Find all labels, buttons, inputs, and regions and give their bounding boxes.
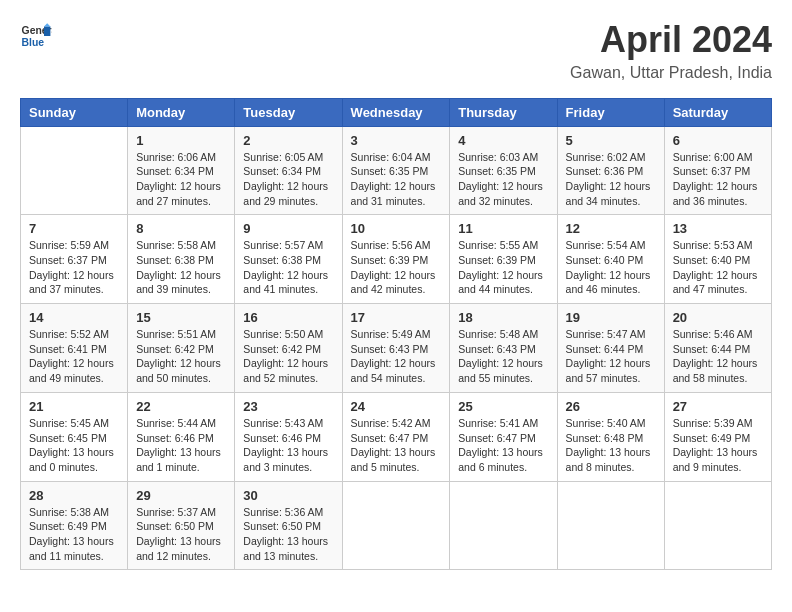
- day-info: Sunrise: 5:46 AM Sunset: 6:44 PM Dayligh…: [673, 327, 763, 386]
- calendar-cell: [664, 481, 771, 570]
- day-info: Sunrise: 6:02 AM Sunset: 6:36 PM Dayligh…: [566, 150, 656, 209]
- calendar-week-5: 28Sunrise: 5:38 AM Sunset: 6:49 PM Dayli…: [21, 481, 772, 570]
- day-number: 11: [458, 221, 548, 236]
- calendar-cell: 9Sunrise: 5:57 AM Sunset: 6:38 PM Daylig…: [235, 215, 342, 304]
- day-info: Sunrise: 5:53 AM Sunset: 6:40 PM Dayligh…: [673, 238, 763, 297]
- day-info: Sunrise: 5:59 AM Sunset: 6:37 PM Dayligh…: [29, 238, 119, 297]
- day-number: 21: [29, 399, 119, 414]
- calendar-cell: 18Sunrise: 5:48 AM Sunset: 6:43 PM Dayli…: [450, 304, 557, 393]
- day-header-monday: Monday: [128, 98, 235, 126]
- day-number: 26: [566, 399, 656, 414]
- calendar-cell: 11Sunrise: 5:55 AM Sunset: 6:39 PM Dayli…: [450, 215, 557, 304]
- day-info: Sunrise: 5:45 AM Sunset: 6:45 PM Dayligh…: [29, 416, 119, 475]
- day-number: 7: [29, 221, 119, 236]
- header: General Blue April 2024 Gawan, Uttar Pra…: [20, 20, 772, 82]
- day-info: Sunrise: 5:56 AM Sunset: 6:39 PM Dayligh…: [351, 238, 442, 297]
- calendar-cell: 12Sunrise: 5:54 AM Sunset: 6:40 PM Dayli…: [557, 215, 664, 304]
- day-number: 22: [136, 399, 226, 414]
- day-number: 15: [136, 310, 226, 325]
- calendar: SundayMondayTuesdayWednesdayThursdayFrid…: [20, 98, 772, 571]
- day-info: Sunrise: 6:05 AM Sunset: 6:34 PM Dayligh…: [243, 150, 333, 209]
- day-number: 19: [566, 310, 656, 325]
- calendar-cell: 29Sunrise: 5:37 AM Sunset: 6:50 PM Dayli…: [128, 481, 235, 570]
- day-number: 14: [29, 310, 119, 325]
- day-number: 1: [136, 133, 226, 148]
- calendar-week-4: 21Sunrise: 5:45 AM Sunset: 6:45 PM Dayli…: [21, 392, 772, 481]
- calendar-cell: [21, 126, 128, 215]
- logo: General Blue: [20, 20, 52, 52]
- subtitle: Gawan, Uttar Pradesh, India: [570, 64, 772, 82]
- calendar-cell: [557, 481, 664, 570]
- calendar-cell: 6Sunrise: 6:00 AM Sunset: 6:37 PM Daylig…: [664, 126, 771, 215]
- day-info: Sunrise: 5:55 AM Sunset: 6:39 PM Dayligh…: [458, 238, 548, 297]
- calendar-cell: 23Sunrise: 5:43 AM Sunset: 6:46 PM Dayli…: [235, 392, 342, 481]
- calendar-cell: 1Sunrise: 6:06 AM Sunset: 6:34 PM Daylig…: [128, 126, 235, 215]
- calendar-cell: 24Sunrise: 5:42 AM Sunset: 6:47 PM Dayli…: [342, 392, 450, 481]
- day-info: Sunrise: 5:39 AM Sunset: 6:49 PM Dayligh…: [673, 416, 763, 475]
- day-info: Sunrise: 6:06 AM Sunset: 6:34 PM Dayligh…: [136, 150, 226, 209]
- svg-text:Blue: Blue: [22, 37, 45, 48]
- day-number: 9: [243, 221, 333, 236]
- day-number: 6: [673, 133, 763, 148]
- logo-icon: General Blue: [20, 20, 52, 52]
- calendar-cell: 2Sunrise: 6:05 AM Sunset: 6:34 PM Daylig…: [235, 126, 342, 215]
- day-number: 3: [351, 133, 442, 148]
- day-info: Sunrise: 5:41 AM Sunset: 6:47 PM Dayligh…: [458, 416, 548, 475]
- calendar-cell: 17Sunrise: 5:49 AM Sunset: 6:43 PM Dayli…: [342, 304, 450, 393]
- calendar-cell: 28Sunrise: 5:38 AM Sunset: 6:49 PM Dayli…: [21, 481, 128, 570]
- day-info: Sunrise: 5:44 AM Sunset: 6:46 PM Dayligh…: [136, 416, 226, 475]
- calendar-cell: 7Sunrise: 5:59 AM Sunset: 6:37 PM Daylig…: [21, 215, 128, 304]
- day-number: 10: [351, 221, 442, 236]
- day-number: 5: [566, 133, 656, 148]
- title-area: April 2024 Gawan, Uttar Pradesh, India: [570, 20, 772, 82]
- day-header-sunday: Sunday: [21, 98, 128, 126]
- day-number: 4: [458, 133, 548, 148]
- day-info: Sunrise: 5:50 AM Sunset: 6:42 PM Dayligh…: [243, 327, 333, 386]
- calendar-cell: [342, 481, 450, 570]
- calendar-cell: 26Sunrise: 5:40 AM Sunset: 6:48 PM Dayli…: [557, 392, 664, 481]
- day-number: 30: [243, 488, 333, 503]
- day-info: Sunrise: 5:37 AM Sunset: 6:50 PM Dayligh…: [136, 505, 226, 564]
- calendar-cell: 19Sunrise: 5:47 AM Sunset: 6:44 PM Dayli…: [557, 304, 664, 393]
- calendar-cell: 14Sunrise: 5:52 AM Sunset: 6:41 PM Dayli…: [21, 304, 128, 393]
- day-number: 25: [458, 399, 548, 414]
- day-info: Sunrise: 5:47 AM Sunset: 6:44 PM Dayligh…: [566, 327, 656, 386]
- day-info: Sunrise: 5:42 AM Sunset: 6:47 PM Dayligh…: [351, 416, 442, 475]
- calendar-cell: 21Sunrise: 5:45 AM Sunset: 6:45 PM Dayli…: [21, 392, 128, 481]
- svg-marker-2: [44, 26, 50, 36]
- day-number: 18: [458, 310, 548, 325]
- day-info: Sunrise: 5:36 AM Sunset: 6:50 PM Dayligh…: [243, 505, 333, 564]
- day-number: 13: [673, 221, 763, 236]
- calendar-cell: 4Sunrise: 6:03 AM Sunset: 6:35 PM Daylig…: [450, 126, 557, 215]
- calendar-cell: 16Sunrise: 5:50 AM Sunset: 6:42 PM Dayli…: [235, 304, 342, 393]
- day-info: Sunrise: 6:00 AM Sunset: 6:37 PM Dayligh…: [673, 150, 763, 209]
- calendar-cell: 20Sunrise: 5:46 AM Sunset: 6:44 PM Dayli…: [664, 304, 771, 393]
- day-info: Sunrise: 6:03 AM Sunset: 6:35 PM Dayligh…: [458, 150, 548, 209]
- day-info: Sunrise: 6:04 AM Sunset: 6:35 PM Dayligh…: [351, 150, 442, 209]
- calendar-week-2: 7Sunrise: 5:59 AM Sunset: 6:37 PM Daylig…: [21, 215, 772, 304]
- calendar-header: SundayMondayTuesdayWednesdayThursdayFrid…: [21, 98, 772, 126]
- day-number: 28: [29, 488, 119, 503]
- day-info: Sunrise: 5:49 AM Sunset: 6:43 PM Dayligh…: [351, 327, 442, 386]
- calendar-cell: 15Sunrise: 5:51 AM Sunset: 6:42 PM Dayli…: [128, 304, 235, 393]
- main-title: April 2024: [570, 20, 772, 60]
- day-info: Sunrise: 5:43 AM Sunset: 6:46 PM Dayligh…: [243, 416, 333, 475]
- day-info: Sunrise: 5:57 AM Sunset: 6:38 PM Dayligh…: [243, 238, 333, 297]
- day-info: Sunrise: 5:52 AM Sunset: 6:41 PM Dayligh…: [29, 327, 119, 386]
- day-number: 27: [673, 399, 763, 414]
- day-info: Sunrise: 5:38 AM Sunset: 6:49 PM Dayligh…: [29, 505, 119, 564]
- calendar-cell: 3Sunrise: 6:04 AM Sunset: 6:35 PM Daylig…: [342, 126, 450, 215]
- calendar-cell: 30Sunrise: 5:36 AM Sunset: 6:50 PM Dayli…: [235, 481, 342, 570]
- day-info: Sunrise: 5:48 AM Sunset: 6:43 PM Dayligh…: [458, 327, 548, 386]
- day-header-thursday: Thursday: [450, 98, 557, 126]
- calendar-cell: 27Sunrise: 5:39 AM Sunset: 6:49 PM Dayli…: [664, 392, 771, 481]
- day-info: Sunrise: 5:58 AM Sunset: 6:38 PM Dayligh…: [136, 238, 226, 297]
- calendar-cell: 25Sunrise: 5:41 AM Sunset: 6:47 PM Dayli…: [450, 392, 557, 481]
- calendar-cell: 10Sunrise: 5:56 AM Sunset: 6:39 PM Dayli…: [342, 215, 450, 304]
- calendar-cell: 13Sunrise: 5:53 AM Sunset: 6:40 PM Dayli…: [664, 215, 771, 304]
- day-info: Sunrise: 5:54 AM Sunset: 6:40 PM Dayligh…: [566, 238, 656, 297]
- day-number: 29: [136, 488, 226, 503]
- day-number: 24: [351, 399, 442, 414]
- day-number: 17: [351, 310, 442, 325]
- day-info: Sunrise: 5:51 AM Sunset: 6:42 PM Dayligh…: [136, 327, 226, 386]
